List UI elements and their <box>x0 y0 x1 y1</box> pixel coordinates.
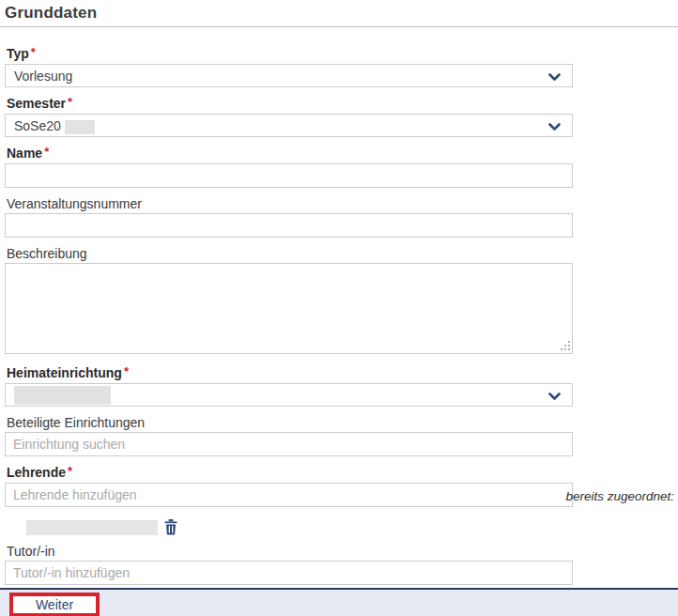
red-annotation-highlight: Weiter <box>9 593 100 616</box>
tutor-label: Tutor/-in <box>7 544 573 559</box>
field-group-semester: Semester* SoSe20 <box>5 96 573 137</box>
field-group-lehrende: Lehrende* <box>5 465 573 535</box>
required-asterisk: * <box>68 464 72 478</box>
assigned-lecturer-row <box>26 519 573 535</box>
beschreibung-textarea[interactable] <box>5 263 573 354</box>
field-group-typ: Typ* Vorlesung <box>5 46 573 87</box>
name-input[interactable] <box>5 163 573 188</box>
page-title: Grunddaten <box>0 0 678 27</box>
semester-value-redaction <box>65 120 95 134</box>
remove-lecturer-button[interactable] <box>164 519 177 535</box>
chevron-down-icon <box>548 73 561 82</box>
lehrende-label: Lehrende* <box>7 465 573 481</box>
beschreibung-textarea-wrap <box>5 263 573 354</box>
heimateinrichtung-select[interactable] <box>5 383 573 407</box>
field-group-beteiligte-einrichtungen: Beteiligte Einrichtungen <box>5 415 573 456</box>
heimateinrichtung-label: Heimateinrichtung* <box>7 365 573 381</box>
name-label: Name* <box>7 146 573 162</box>
field-group-name: Name* <box>5 146 573 188</box>
required-asterisk: * <box>44 145 49 159</box>
field-group-veranstaltungsnummer: Veranstaltungsnummer <box>5 196 573 238</box>
semester-label-text: Semester <box>7 96 66 111</box>
chevron-down-icon <box>548 123 561 131</box>
already-assigned-note: bereits zugeordnet: <box>565 489 674 503</box>
semester-select-value: SoSe20 <box>14 118 61 133</box>
heimateinrichtung-value-redaction <box>14 386 111 405</box>
assigned-lecturer-name-redaction <box>26 520 158 535</box>
required-asterisk: * <box>68 95 72 109</box>
lehrende-input[interactable] <box>5 483 573 507</box>
semester-label: Semester* <box>7 96 573 112</box>
heimateinrichtung-label-text: Heimateinrichtung <box>7 365 122 380</box>
tutor-input[interactable] <box>5 561 573 585</box>
typ-select-value: Vorlesung <box>14 69 72 84</box>
chevron-down-icon <box>548 393 561 401</box>
typ-label: Typ* <box>7 46 573 62</box>
lehrende-label-text: Lehrende <box>7 465 66 480</box>
einrichtung-suchen-input[interactable] <box>5 432 573 456</box>
trash-icon <box>164 519 177 535</box>
name-label-text: Name <box>7 146 42 161</box>
basic-data-form: Typ* Vorlesung Semester* SoSe20 Name* Ve… <box>5 46 573 585</box>
typ-label-text: Typ <box>7 46 29 61</box>
field-group-tutor: Tutor/-in <box>5 544 573 585</box>
beteiligte-einrichtungen-label: Beteiligte Einrichtungen <box>7 415 573 430</box>
veranstaltungsnummer-label: Veranstaltungsnummer <box>7 196 573 211</box>
required-asterisk: * <box>124 364 129 378</box>
typ-select[interactable]: Vorlesung <box>5 64 573 87</box>
beschreibung-label: Beschreibung <box>7 246 573 261</box>
field-group-heimateinrichtung: Heimateinrichtung* <box>5 365 573 407</box>
footer-action-bar: Weiter <box>0 588 678 616</box>
required-asterisk: * <box>31 45 36 59</box>
weiter-button[interactable]: Weiter <box>13 596 96 613</box>
semester-select[interactable]: SoSe20 <box>5 114 573 137</box>
field-group-beschreibung: Beschreibung <box>5 246 573 354</box>
course-basic-data-page: { "heading": "Grunddaten", "required_mar… <box>0 0 678 616</box>
veranstaltungsnummer-input[interactable] <box>5 213 573 238</box>
